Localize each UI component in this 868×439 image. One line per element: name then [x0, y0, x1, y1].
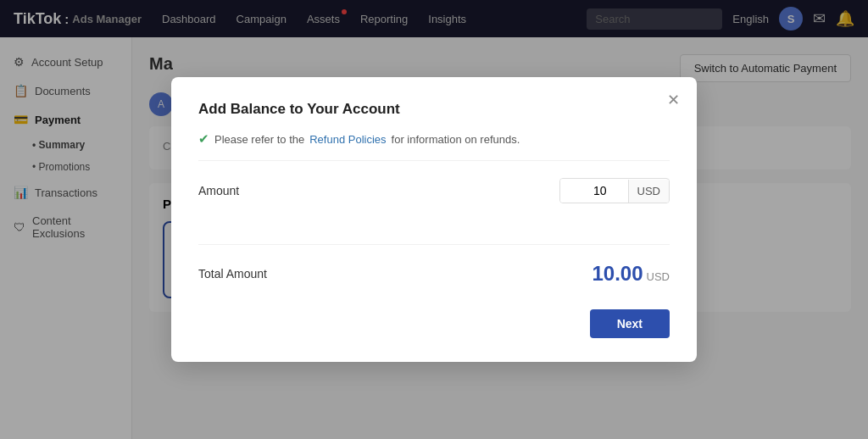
amount-currency-label: USD — [628, 180, 669, 203]
modal-notice: ✔ Please refer to the Refund Policies fo… — [198, 131, 670, 161]
next-button[interactable]: Next — [590, 309, 670, 338]
amount-label: Amount — [198, 184, 239, 197]
modal-footer: Next — [198, 309, 670, 338]
refund-policies-link[interactable]: Refund Policies — [309, 133, 386, 146]
modal-title: Add Balance to Your Account — [198, 101, 670, 118]
close-icon[interactable]: ✕ — [667, 92, 680, 108]
total-amount-value: 10.00 — [592, 262, 643, 286]
total-amount-row: Total Amount 10.00 USD — [198, 262, 670, 286]
notice-suffix: for information on refunds. — [392, 133, 520, 146]
add-balance-modal: Add Balance to Your Account ✕ ✔ Please r… — [171, 77, 697, 362]
modal-overlay[interactable]: Add Balance to Your Account ✕ ✔ Please r… — [0, 0, 868, 439]
amount-input[interactable] — [560, 179, 628, 203]
divider — [198, 244, 670, 245]
total-value: 10.00 USD — [592, 262, 670, 286]
check-circle-icon: ✔ — [198, 131, 209, 147]
amount-row: Amount USD — [198, 178, 670, 224]
amount-input-group: USD — [559, 178, 670, 203]
total-currency-label: USD — [647, 270, 670, 283]
notice-text: Please refer to the — [214, 133, 304, 146]
total-label: Total Amount — [198, 267, 267, 281]
